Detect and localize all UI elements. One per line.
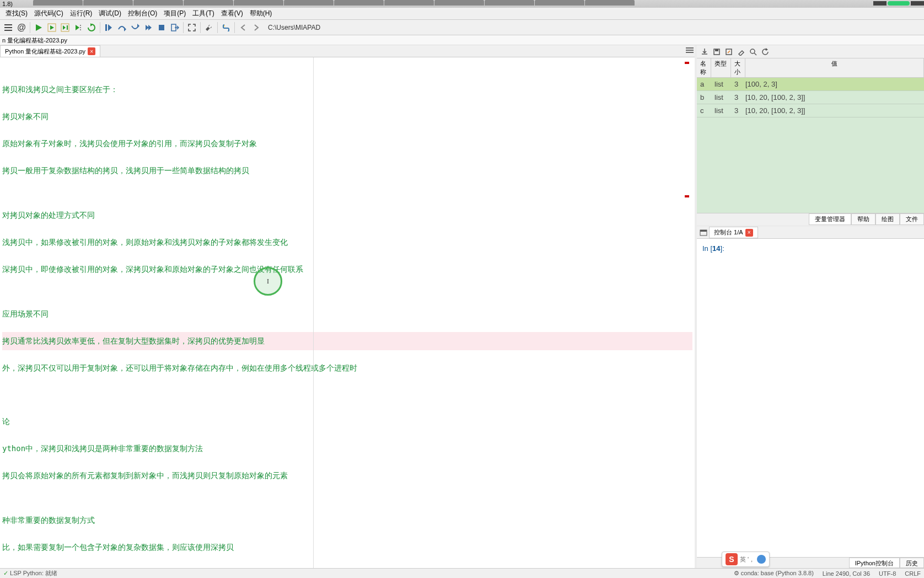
search-icon[interactable] (749, 47, 758, 56)
toolbar-outline-icon[interactable] (2, 22, 14, 34)
tab-ipython-console[interactable]: IPython控制台 (849, 558, 900, 568)
code-line (2, 386, 692, 395)
tab-help[interactable]: 帮助 (851, 213, 875, 225)
save-icon[interactable] (712, 47, 721, 56)
sogou-logo-icon[interactable]: S (726, 553, 738, 565)
status-line-col[interactable]: Line 2490, Col 36 (823, 570, 870, 577)
tab-plot[interactable]: 绘图 (875, 213, 900, 225)
menu-project[interactable]: 项目(P) (160, 8, 189, 19)
menu-tools[interactable]: 工具(T) (189, 8, 217, 19)
maximize-icon[interactable] (186, 22, 198, 34)
code-line: 拷贝通常比浅拷贝效率更低，但在复制大型数据集时，深拷贝的优势更加明显 (2, 332, 692, 350)
editor-tab-label: Python 量化编程基础-2023.py (5, 47, 85, 56)
svg-rect-8 (67, 25, 68, 30)
code-line: 深拷贝中，即使修改被引用的对象，深拷贝对象和原始对象的子对象之间也没有任何联系 (2, 260, 692, 279)
code-line: 应用场景不同 (2, 305, 692, 323)
erase-icon[interactable] (737, 47, 745, 56)
status-lsp[interactable]: ✓ LSP Python: 就绪 (3, 569, 57, 577)
close-icon[interactable]: × (745, 229, 753, 237)
svg-marker-5 (50, 25, 54, 30)
variable-row[interactable]: clist3[10, 20, [100, 2, 3]] (697, 104, 924, 117)
header-name[interactable]: 名称 (697, 58, 711, 77)
svg-marker-7 (63, 25, 66, 30)
variable-header: 名称 类型 大小 值 (697, 58, 924, 78)
save-as-icon[interactable] (724, 47, 733, 56)
console-browse-icon[interactable] (699, 228, 708, 237)
status-bar: ✓ LSP Python: 就绪 ⚙ conda: base (Python 3… (0, 568, 924, 578)
ime-mode-text[interactable]: 英 '， (740, 555, 755, 564)
var-name: c (697, 104, 711, 117)
python-path-icon[interactable] (220, 22, 232, 34)
code-line (2, 197, 692, 206)
status-conda[interactable]: ⚙ conda: base (Python 3.8.8) (734, 570, 814, 577)
run-cell-advance-button[interactable] (59, 22, 71, 34)
svg-marker-3 (36, 24, 42, 31)
menu-source[interactable]: 源代码(C) (31, 8, 67, 19)
emoji-icon[interactable] (757, 555, 766, 564)
code-line (2, 350, 692, 359)
code-line (2, 180, 692, 189)
variable-row[interactable]: alist3[100, 2, 3] (697, 78, 924, 91)
status-eol[interactable]: CRLF (905, 570, 921, 577)
code-editor[interactable]: I 拷贝和浅拷贝之间主要区别在于： 拷贝对象不同 原始对象有子对象时，浅拷贝会使… (0, 57, 695, 568)
restart-run-button[interactable] (85, 22, 98, 34)
console-pane: 控制台 1/A × In [14]: IPython控制台 历史 (697, 225, 924, 568)
toolbar-at-icon[interactable]: @ (15, 22, 28, 34)
console-prompt: In [14]: (702, 244, 918, 253)
nav-back-icon[interactable] (237, 22, 249, 34)
code-line (2, 287, 692, 296)
run-button[interactable] (33, 22, 45, 34)
code-line: 拷贝会将原始对象的所有元素都复制到新对象中，而浅拷贝则只复制原始对象的元素 (2, 467, 692, 485)
status-encoding[interactable]: UTF-8 (879, 570, 896, 577)
file-path-bar: n 量化编程基础-2023.py (0, 35, 924, 45)
menu-console[interactable]: 控制台(O) (125, 8, 160, 19)
header-type[interactable]: 类型 (711, 58, 731, 77)
debug-step-in-icon[interactable] (129, 22, 141, 34)
menu-view[interactable]: 查看(V) (218, 8, 246, 19)
debug-stop-button[interactable] (155, 22, 168, 34)
tab-history[interactable]: 历史 (900, 558, 924, 568)
title-text: 1.8) (2, 1, 13, 7)
svg-rect-11 (80, 27, 81, 28)
working-dir-path: C:\Users\MIAPAD (268, 24, 320, 31)
import-icon[interactable] (700, 47, 709, 56)
editor-options-icon[interactable] (686, 46, 694, 54)
var-type: list (711, 104, 731, 117)
debug-step-into-icon[interactable] (103, 22, 115, 34)
code-line (2, 395, 692, 404)
ime-toolbar[interactable]: S 英 '， (722, 552, 770, 567)
ipython-console[interactable]: In [14]: (697, 239, 924, 557)
var-value: [10, 20, [100, 2, 3]] (742, 91, 924, 104)
code-line (2, 251, 692, 260)
refresh-icon[interactable] (761, 47, 770, 56)
wrench-icon[interactable] (203, 22, 215, 34)
menu-debug[interactable]: 调试(D) (95, 8, 125, 19)
code-line (2, 494, 692, 502)
code-line: ython中，深拷贝和浅拷贝是两种非常重要的数据复制方法 (2, 440, 692, 458)
header-size[interactable]: 大小 (731, 58, 745, 77)
run-selection-button[interactable] (72, 22, 84, 34)
title-bar: 1.8) (0, 0, 924, 8)
menu-find[interactable]: 查找(S) (2, 8, 31, 19)
header-value[interactable]: 值 (745, 58, 924, 77)
tab-files[interactable]: 文件 (900, 213, 924, 225)
debug-step-out-icon[interactable] (142, 22, 154, 34)
svg-marker-19 (148, 25, 152, 30)
debug-step-over-icon[interactable] (116, 22, 128, 34)
tab-variable-explorer[interactable]: 变量管理器 (809, 213, 851, 225)
editor-pane: Python 量化编程基础-2023.py × I 拷贝和浅拷贝之间主要区别在于… (0, 45, 697, 568)
variable-row[interactable]: blist3[10, 20, [100, 2, 3]] (697, 91, 924, 104)
code-line: 果只需要复制一个简单的数据集，则可以使用浅拷贝，以提高程序性能。 (2, 565, 692, 568)
menu-help[interactable]: 帮助(H) (246, 8, 276, 19)
nav-forward-icon[interactable] (250, 22, 262, 34)
run-cell-button[interactable] (46, 22, 58, 34)
code-line (2, 502, 692, 511)
console-tab-active[interactable]: 控制台 1/A × (709, 227, 758, 238)
right-pane-top-tabs: 变量管理器 帮助 绘图 文件 (697, 213, 924, 225)
debug-exit-icon[interactable] (169, 22, 181, 34)
editor-tab-active[interactable]: Python 量化编程基础-2023.py × (0, 45, 100, 57)
close-icon[interactable]: × (88, 47, 95, 55)
code-line (2, 458, 692, 467)
menu-run[interactable]: 运行(R) (67, 8, 96, 19)
svg-rect-29 (700, 230, 707, 232)
